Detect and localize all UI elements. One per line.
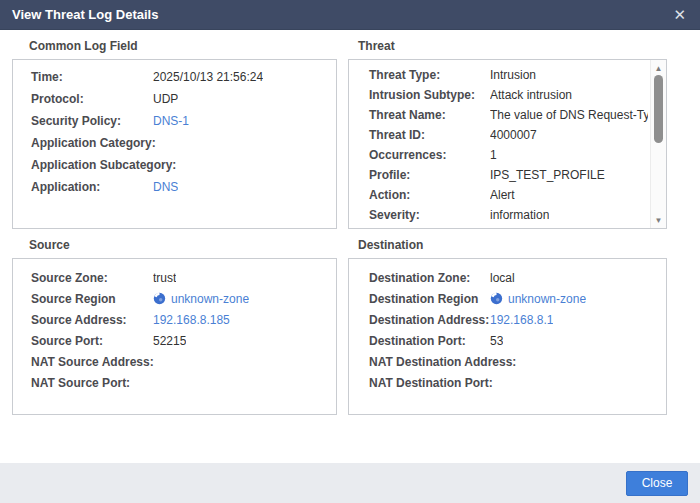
- field-label: NAT Destination Port:: [349, 376, 490, 390]
- field-label: Threat ID:: [349, 128, 490, 142]
- globe-icon: [153, 292, 166, 305]
- field-label: Time:: [13, 70, 153, 84]
- field-label: Source Address:: [13, 313, 153, 327]
- field-label: NAT Source Port:: [13, 376, 153, 390]
- dialog-body: Common Log Field Time:2025/10/13 21:56:2…: [0, 30, 700, 463]
- scrollbar[interactable]: ▲ ▼: [650, 60, 666, 228]
- scroll-up-icon[interactable]: ▲: [651, 61, 666, 75]
- field-row: Action:Alert: [349, 185, 666, 205]
- field-label: Threat Name:: [349, 108, 490, 122]
- source-box: Source Zone:trustSource Regionunknown-zo…: [12, 258, 337, 415]
- field-row: Threat Name:The value of DNS Request-Typ…: [349, 105, 666, 125]
- zone-name[interactable]: unknown-zone: [508, 292, 586, 306]
- field-row: Security Policy:DNS-1: [13, 110, 336, 132]
- field-value: Intrusion: [490, 68, 536, 82]
- field-row: Protocol:UDP: [13, 88, 336, 110]
- field-label: Source Port:: [13, 334, 153, 348]
- field-label: Application Subcategory:: [13, 158, 153, 172]
- section-title-destination: Destination: [358, 238, 667, 252]
- section-title-source: Source: [29, 238, 337, 252]
- field-label: Source Region: [13, 292, 153, 306]
- field-row: Application Subcategory:: [13, 154, 336, 176]
- field-value-link[interactable]: 192.168.8.185: [153, 313, 230, 327]
- field-row: Destination Address:192.168.8.1: [349, 309, 666, 330]
- field-row: Destination Zone:local: [349, 267, 666, 288]
- field-row: Source Port:52215: [13, 330, 336, 351]
- close-icon[interactable]: ✕: [673, 7, 686, 22]
- field-row: Application Category:: [13, 132, 336, 154]
- field-label: Severity:: [349, 208, 490, 222]
- field-label: Destination Zone:: [349, 271, 490, 285]
- dialog-footer: Close: [0, 463, 700, 503]
- field-value: Alert: [490, 188, 515, 202]
- field-label: Destination Address:: [349, 313, 490, 327]
- dialog-title: View Threat Log Details: [12, 7, 158, 22]
- field-row: Destination Port:53: [349, 330, 666, 351]
- field-value: 52215: [153, 334, 186, 348]
- left-column: Common Log Field Time:2025/10/13 21:56:2…: [12, 30, 337, 415]
- common-log-field-box: Time:2025/10/13 21:56:24Protocol:UDPSecu…: [12, 59, 337, 229]
- field-row: Profile:IPS_TEST_PROFILE: [349, 165, 666, 185]
- field-label: Source Zone:: [13, 271, 153, 285]
- field-value: Attack intrusion: [490, 88, 572, 102]
- field-label: Destination Port:: [349, 334, 490, 348]
- field-row: Time:2025/10/13 21:56:24: [13, 66, 336, 88]
- zone-name[interactable]: unknown-zone: [171, 292, 249, 306]
- field-row: Threat ID:4000007: [349, 125, 666, 145]
- field-value: The value of DNS Request-Type is: [490, 108, 648, 122]
- dialog-titlebar: View Threat Log Details ✕: [0, 0, 700, 30]
- field-value: 2025/10/13 21:56:24: [153, 70, 263, 84]
- threat-box: Threat Type:IntrusionIntrusion Subtype:A…: [348, 59, 667, 229]
- field-row: Source Regionunknown-zone: [13, 288, 336, 309]
- field-value: 4000007: [490, 128, 537, 142]
- scroll-down-icon[interactable]: ▼: [651, 213, 666, 227]
- field-row: NAT Source Port:: [13, 372, 336, 393]
- destination-box: Destination Zone:localDestination Region…: [348, 258, 667, 415]
- section-title-threat: Threat: [358, 39, 667, 53]
- field-row: Severity:information: [349, 205, 666, 225]
- field-label: Application Category:: [13, 136, 153, 150]
- field-value: IPS_TEST_PROFILE: [490, 168, 605, 182]
- globe-icon: [490, 292, 503, 305]
- right-column: Threat Threat Type:IntrusionIntrusion Su…: [348, 30, 667, 415]
- threat-log-details-dialog: View Threat Log Details ✕ Common Log Fie…: [0, 0, 700, 503]
- field-row: Source Address:192.168.8.185: [13, 309, 336, 330]
- field-label: Destination Region: [349, 292, 490, 306]
- field-value: trust: [153, 271, 176, 285]
- field-label: Threat Type:: [349, 68, 490, 82]
- field-label: Security Policy:: [13, 114, 153, 128]
- field-value-link[interactable]: unknown-zone: [490, 292, 586, 306]
- field-value-link[interactable]: 192.168.8.1: [490, 313, 553, 327]
- field-row: Threat Type:Intrusion: [349, 65, 666, 85]
- field-label: Occurrences:: [349, 148, 490, 162]
- field-row: NAT Destination Port:: [349, 372, 666, 393]
- field-row: Source Zone:trust: [13, 267, 336, 288]
- field-row: NAT Destination Address:: [349, 351, 666, 372]
- field-row: Application:DNS: [13, 176, 336, 198]
- field-value: 53: [490, 334, 503, 348]
- section-title-common-log-field: Common Log Field: [29, 39, 337, 53]
- field-value-link[interactable]: DNS-1: [153, 114, 189, 128]
- field-value: UDP: [153, 92, 178, 106]
- field-label: NAT Source Address:: [13, 355, 153, 369]
- field-label: Action:: [349, 188, 490, 202]
- field-row: Destination Regionunknown-zone: [349, 288, 666, 309]
- field-value-link[interactable]: unknown-zone: [153, 292, 249, 306]
- close-button[interactable]: Close: [626, 471, 688, 496]
- field-value: local: [490, 271, 515, 285]
- field-label: Intrusion Subtype:: [349, 88, 490, 102]
- field-row: Intrusion Subtype:Attack intrusion: [349, 85, 666, 105]
- field-row: Occurrences:1: [349, 145, 666, 165]
- field-value: information: [490, 208, 549, 222]
- scrollbar-thumb[interactable]: [654, 75, 663, 143]
- field-row: NAT Source Address:: [13, 351, 336, 372]
- field-label: Profile:: [349, 168, 490, 182]
- field-label: Protocol:: [13, 92, 153, 106]
- field-label: NAT Destination Address:: [349, 355, 490, 369]
- field-value-link[interactable]: DNS: [153, 180, 178, 194]
- field-label: Application:: [13, 180, 153, 194]
- field-value: 1: [490, 148, 497, 162]
